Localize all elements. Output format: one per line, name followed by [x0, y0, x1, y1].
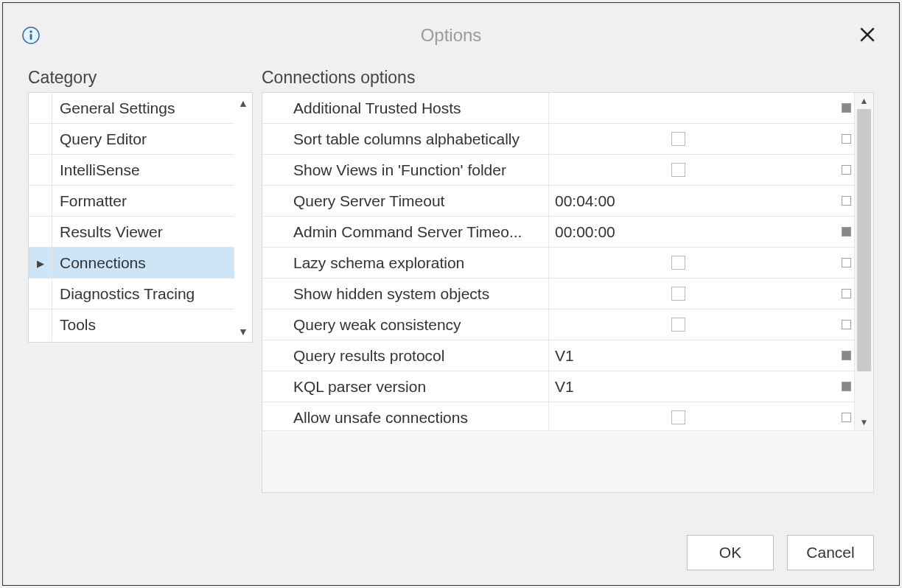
- option-value-text: 00:04:00: [555, 192, 615, 210]
- scroll-track[interactable]: [855, 109, 873, 414]
- option-value-cell[interactable]: [549, 279, 838, 309]
- options-footer: [262, 430, 873, 492]
- option-reset-cell[interactable]: [838, 124, 854, 154]
- scroll-up-icon[interactable]: ▲: [855, 93, 873, 109]
- category-item[interactable]: Formatter: [29, 186, 234, 217]
- option-value-cell[interactable]: 00:00:00: [549, 217, 838, 247]
- option-value-cell[interactable]: [549, 93, 838, 123]
- category-item-label: Diagnostics Tracing: [52, 279, 234, 309]
- reset-indicator-icon: [842, 413, 851, 422]
- dialog-content: Category General SettingsQuery EditorInt…: [3, 55, 899, 493]
- scroll-down-icon[interactable]: ▼: [236, 324, 251, 339]
- category-scrollbar[interactable]: ▲ ▼: [234, 93, 252, 342]
- reset-indicator-icon: [842, 165, 851, 175]
- option-checkbox[interactable]: [671, 256, 685, 270]
- option-name: Allow unsafe connections: [262, 402, 549, 430]
- svg-point-1: [29, 30, 32, 33]
- titlebar: Options: [3, 3, 899, 55]
- category-item[interactable]: Diagnostics Tracing: [29, 279, 234, 309]
- option-row: Sort table columns alphabetically: [262, 124, 854, 155]
- options-header: Connections options: [262, 68, 874, 88]
- option-name: Show hidden system objects: [262, 279, 549, 309]
- category-marker-icon: [29, 186, 52, 216]
- option-name: Lazy schema exploration: [262, 248, 549, 278]
- scroll-thumb[interactable]: [857, 109, 871, 371]
- option-reset-cell[interactable]: [838, 186, 854, 216]
- reset-indicator-icon: [842, 134, 851, 144]
- option-value-cell[interactable]: V1: [549, 371, 838, 402]
- options-scrollbar[interactable]: ▲ ▼: [854, 93, 873, 430]
- category-item[interactable]: IntelliSense: [29, 155, 234, 186]
- option-name: Query results protocol: [262, 340, 549, 371]
- option-value-cell[interactable]: 00:04:00: [549, 186, 838, 216]
- dialog-title: Options: [421, 25, 482, 46]
- reset-indicator-icon: [842, 103, 851, 113]
- option-checkbox[interactable]: [671, 318, 685, 332]
- scroll-up-icon[interactable]: ▲: [236, 96, 251, 111]
- category-item[interactable]: Query Editor: [29, 124, 234, 155]
- category-item-label: Formatter: [52, 186, 234, 216]
- option-reset-cell[interactable]: [838, 93, 854, 123]
- option-row: Admin Command Server Timeo...00:00:00: [262, 217, 854, 248]
- category-item[interactable]: ▸Connections: [29, 248, 234, 279]
- category-header: Category: [28, 68, 253, 88]
- option-reset-cell[interactable]: [838, 371, 854, 402]
- category-item-label: Connections: [52, 248, 234, 278]
- option-name: Show Views in 'Function' folder: [262, 155, 549, 185]
- options-column: Connections options Additional Trusted H…: [262, 68, 874, 493]
- option-value-cell[interactable]: [549, 155, 838, 185]
- option-name: KQL parser version: [262, 371, 549, 402]
- category-marker-icon: [29, 217, 52, 247]
- category-item-label: Query Editor: [52, 124, 234, 154]
- option-checkbox[interactable]: [671, 410, 685, 424]
- category-item-label: Results Viewer: [52, 217, 234, 247]
- category-item[interactable]: General Settings: [29, 93, 234, 124]
- option-reset-cell[interactable]: [838, 309, 854, 340]
- reset-indicator-icon: [842, 320, 851, 329]
- reset-indicator-icon: [842, 196, 851, 206]
- option-value-text: 00:00:00: [555, 223, 615, 241]
- reset-indicator-icon: [842, 258, 851, 267]
- option-row: Query Server Timeout00:04:00: [262, 186, 854, 217]
- option-value-text: V1: [555, 347, 574, 365]
- option-name: Admin Command Server Timeo...: [262, 217, 549, 247]
- category-listbox: General SettingsQuery EditorIntelliSense…: [28, 92, 253, 343]
- close-button[interactable]: [858, 25, 877, 44]
- option-reset-cell[interactable]: [838, 340, 854, 371]
- info-icon: [22, 27, 40, 44]
- option-row: Lazy schema exploration: [262, 248, 854, 279]
- ok-button[interactable]: OK: [687, 535, 774, 570]
- cancel-button-label: Cancel: [806, 544, 854, 561]
- reset-indicator-icon: [842, 351, 851, 360]
- option-row: Additional Trusted Hosts: [262, 93, 854, 124]
- reset-indicator-icon: [842, 227, 851, 237]
- category-marker-icon: [29, 93, 52, 123]
- option-reset-cell[interactable]: [838, 217, 854, 247]
- option-row: Allow unsafe connections: [262, 402, 854, 430]
- option-reset-cell[interactable]: [838, 155, 854, 185]
- category-item[interactable]: Tools: [29, 309, 234, 340]
- option-value-cell[interactable]: [549, 248, 838, 278]
- scroll-down-icon[interactable]: ▼: [855, 414, 873, 430]
- reset-indicator-icon: [842, 289, 851, 298]
- option-value-cell[interactable]: V1: [549, 340, 838, 371]
- option-value-cell[interactable]: [549, 402, 838, 430]
- option-value-cell[interactable]: [549, 124, 838, 154]
- option-reset-cell[interactable]: [838, 402, 854, 430]
- option-value-cell[interactable]: [549, 309, 838, 340]
- category-marker-icon: [29, 309, 52, 340]
- option-name: Query Server Timeout: [262, 186, 549, 216]
- category-marker-icon: [29, 124, 52, 154]
- option-checkbox[interactable]: [671, 287, 685, 301]
- option-checkbox[interactable]: [671, 132, 685, 146]
- options-dialog: Options Category General SettingsQuery E…: [2, 2, 900, 586]
- option-row: Query weak consistency: [262, 309, 854, 340]
- option-reset-cell[interactable]: [838, 248, 854, 278]
- option-reset-cell[interactable]: [838, 279, 854, 309]
- cancel-button[interactable]: Cancel: [787, 535, 874, 570]
- option-row: KQL parser versionV1: [262, 371, 854, 402]
- option-name: Additional Trusted Hosts: [262, 93, 549, 123]
- option-checkbox[interactable]: [671, 163, 685, 177]
- option-name: Sort table columns alphabetically: [262, 124, 549, 154]
- category-item[interactable]: Results Viewer: [29, 217, 234, 248]
